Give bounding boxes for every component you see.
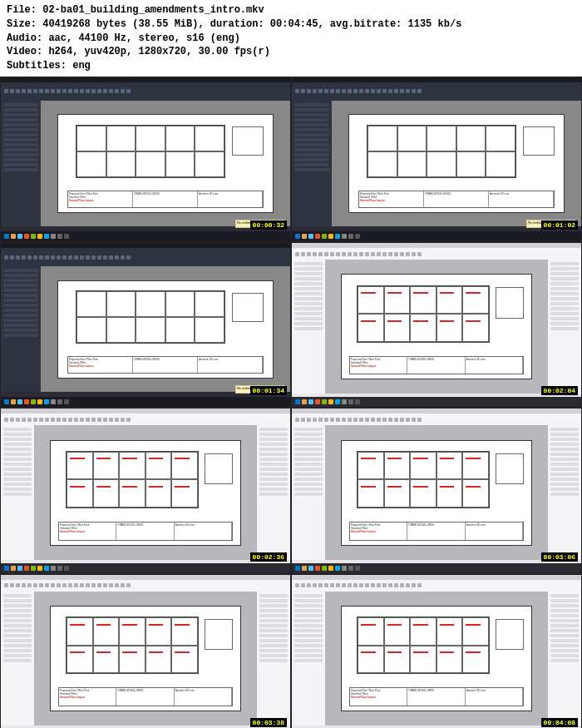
ribbon-button[interactable] [121, 418, 125, 422]
panel-item[interactable] [3, 329, 38, 332]
ribbon-button[interactable] [27, 418, 32, 422]
ribbon-button[interactable] [388, 89, 392, 93]
ribbon-button[interactable] [359, 252, 363, 256]
panel-item[interactable] [294, 148, 329, 151]
ribbon-button[interactable] [51, 255, 55, 260]
panel-item[interactable] [294, 473, 323, 476]
panel-item[interactable] [294, 443, 323, 446]
panel-item[interactable] [3, 644, 32, 647]
panel-item[interactable] [294, 118, 329, 121]
panel-item[interactable] [3, 269, 38, 272]
panel-item[interactable] [294, 312, 323, 315]
ribbon-button[interactable] [336, 89, 340, 93]
panel-item[interactable] [3, 314, 38, 317]
ribbon-button[interactable] [295, 89, 299, 93]
ribbon-button[interactable] [57, 583, 61, 587]
panel-item[interactable] [3, 493, 32, 496]
ribbon-button[interactable] [103, 583, 107, 587]
ribbon-button[interactable] [307, 89, 311, 93]
ribbon-button[interactable] [353, 418, 358, 422]
ribbon-button[interactable] [62, 583, 67, 587]
panel-item[interactable] [3, 443, 32, 446]
panel-item[interactable] [294, 302, 323, 305]
panel-item[interactable] [294, 123, 329, 126]
ribbon-button[interactable] [377, 418, 381, 422]
panel-item[interactable] [550, 614, 579, 617]
ribbon-button[interactable] [412, 252, 416, 256]
panel-item[interactable] [3, 649, 32, 652]
taskbar-icon[interactable] [308, 399, 313, 404]
panel-item[interactable] [3, 599, 32, 602]
ribbon-button[interactable] [27, 255, 32, 260]
panel-item[interactable] [294, 448, 323, 451]
panel-item[interactable] [259, 634, 288, 637]
panel-item[interactable] [3, 438, 32, 441]
panel-item[interactable] [3, 148, 38, 151]
panel-item[interactable] [550, 649, 579, 652]
panel-item[interactable] [259, 428, 288, 431]
taskbar-icon[interactable] [64, 234, 69, 239]
ribbon-button[interactable] [16, 89, 20, 93]
panel-item[interactable] [294, 624, 323, 627]
panel-item[interactable] [550, 634, 579, 637]
ribbon-button[interactable] [342, 89, 346, 93]
panel-item[interactable] [3, 163, 38, 166]
panel-item[interactable] [259, 448, 288, 451]
panel-item[interactable] [294, 478, 323, 481]
panel-item[interactable] [550, 438, 579, 441]
ribbon-button[interactable] [307, 583, 311, 587]
ribbon-button[interactable] [39, 583, 43, 587]
panel-item[interactable] [3, 304, 38, 307]
panel-item[interactable] [550, 453, 579, 456]
ribbon-button[interactable] [115, 89, 119, 93]
panel-item[interactable] [3, 483, 32, 486]
ribbon-button[interactable] [39, 255, 43, 260]
panel-item[interactable] [294, 307, 323, 310]
ribbon-button[interactable] [91, 89, 96, 93]
taskbar-icon[interactable] [322, 566, 327, 571]
ribbon-button[interactable] [57, 418, 61, 422]
ribbon-button[interactable] [313, 89, 317, 93]
video-thumbnail[interactable]: Proposed New Office ParkStandard OfficeG… [0, 77, 291, 242]
panel-item[interactable] [294, 634, 323, 637]
ribbon-button[interactable] [45, 89, 49, 93]
ribbon-button[interactable] [388, 583, 392, 587]
ribbon-button[interactable] [330, 252, 334, 256]
ribbon-button[interactable] [22, 418, 26, 422]
ribbon-button[interactable] [57, 255, 61, 260]
ribbon-button[interactable] [353, 252, 358, 256]
panel-item[interactable] [550, 448, 579, 451]
ribbon-button[interactable] [10, 89, 14, 93]
ribbon-button[interactable] [388, 418, 392, 422]
panel-item[interactable] [259, 433, 288, 436]
ribbon-button[interactable] [394, 89, 398, 93]
taskbar-icon[interactable] [295, 566, 300, 571]
panel-item[interactable] [294, 287, 323, 290]
panel-item[interactable] [294, 297, 323, 300]
panel-item[interactable] [3, 468, 32, 471]
ribbon-button[interactable] [324, 89, 328, 93]
taskbar-icon[interactable] [24, 234, 29, 239]
taskbar-icon[interactable] [322, 234, 327, 239]
panel-item[interactable] [259, 493, 288, 496]
taskbar-icon[interactable] [31, 399, 36, 404]
panel-item[interactable] [550, 307, 579, 310]
taskbar-icon[interactable] [11, 399, 16, 404]
taskbar-icon[interactable] [342, 566, 347, 571]
taskbar-icon[interactable] [335, 399, 340, 404]
panel-item[interactable] [294, 659, 323, 662]
ribbon-button[interactable] [307, 418, 311, 422]
taskbar-icon[interactable] [355, 234, 360, 239]
ribbon-button[interactable] [62, 89, 67, 93]
panel-item[interactable] [3, 428, 32, 431]
taskbar-icon[interactable] [37, 399, 42, 404]
panel-item[interactable] [259, 594, 288, 597]
ribbon-button[interactable] [400, 89, 404, 93]
panel-item[interactable] [294, 483, 323, 486]
ribbon-button[interactable] [62, 255, 67, 260]
taskbar-icon[interactable] [31, 234, 36, 239]
ribbon-button[interactable] [371, 89, 375, 93]
panel-item[interactable] [294, 644, 323, 647]
panel-item[interactable] [3, 128, 38, 131]
panel-item[interactable] [294, 277, 323, 280]
